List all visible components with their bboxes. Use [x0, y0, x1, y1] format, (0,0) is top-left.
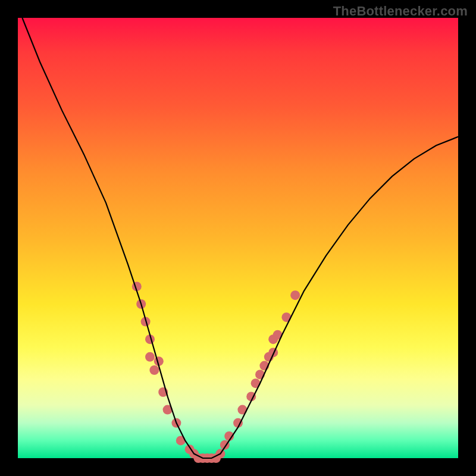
- chart-svg: [18, 18, 458, 458]
- chart-curve: [22, 18, 458, 458]
- chart-frame: TheBottlenecker.com: [0, 0, 476, 476]
- chart-marker-dot: [290, 290, 300, 300]
- chart-marker-dot: [149, 365, 159, 375]
- chart-marker-dot: [145, 352, 155, 362]
- chart-markers: [132, 281, 300, 463]
- watermark-text: TheBottlenecker.com: [333, 4, 468, 19]
